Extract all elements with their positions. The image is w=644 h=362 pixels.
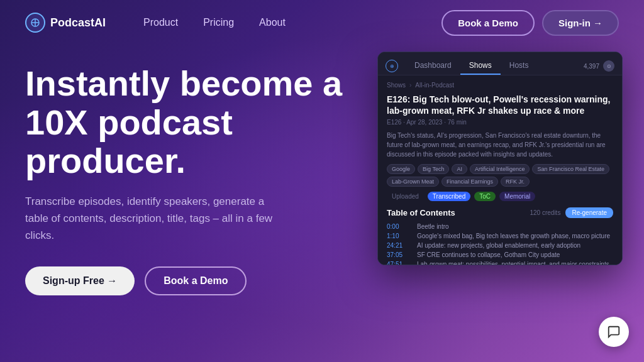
toc-text-0: Beetle intro [417,223,449,230]
app-tab-bar: ⊕ Dashboard Shows Hosts 4,397 ⊙ [378,52,622,75]
tag-sf-real-estate[interactable]: San Francisco Real Estate [532,164,609,174]
toc-credits: 120 credits [530,209,560,216]
hero-subtitle: Transcribe episodes, identify speakers, … [25,193,289,244]
status-transcribed[interactable]: Transcribed [428,192,470,201]
credits-badge: 4,397 ⊙ [584,60,614,72]
signup-button[interactable]: Sign-up Free → [25,266,135,295]
tab-hosts[interactable]: Hosts [501,57,538,75]
toc-items: 0:00 Beetle intro 1:10 Google's mixed ba… [387,223,613,265]
nav-right: Book a Demo Sign-in → [441,10,619,36]
episode-meta: E126 · Apr 28, 2023 · 76 min [387,119,613,126]
toc-text-1: Google's mixed bag, Big tech leaves the … [417,233,610,239]
nav-signin-button[interactable]: Sign-in → [542,10,619,36]
toc-item: 1:10 Google's mixed bag, Big tech leaves… [387,233,613,239]
main-content: Instantly become a 10X podcast producer.… [0,45,644,295]
tag-ai[interactable]: AI [452,164,467,174]
episode-title: E126: Big Tech blow-out, Powell's recess… [387,94,613,116]
nav-links: Product Pricing About [143,17,441,28]
nav-book-demo-button[interactable]: Book a Demo [441,10,535,36]
toc-time-3: 37:05 [387,251,412,258]
app-screenshot: ⊕ Dashboard Shows Hosts 4,397 ⊙ Shows › … [377,52,623,265]
app-logo-small: ⊕ [386,60,398,72]
tag-artificial-intelligence[interactable]: Artificial Intelligence [470,164,530,174]
toc-text-3: SF CRE continues to collapse, Gotham Cit… [417,251,560,258]
toc-text-4: Lab-grown meat: possibilities, potential… [417,261,609,265]
nav-product[interactable]: Product [143,17,178,28]
tab-dashboard[interactable]: Dashboard [406,57,460,75]
tags-row: Google Big Tech AI Artificial Intelligen… [387,164,613,187]
regen-button[interactable]: Re-generate [565,207,613,218]
toc-section-header: Table of Contents 120 credits Re-generat… [387,207,613,218]
breadcrumb-shows[interactable]: Shows [387,82,406,89]
status-toc[interactable]: ToC [474,192,496,201]
toc-item: 37:05 SF CRE continues to collapse, Goth… [387,251,613,258]
navigation: PodcastAI Product Pricing About Book a D… [0,0,644,45]
cta-buttons: Sign-up Free → Book a Demo [25,266,352,295]
tag-google[interactable]: Google [387,164,415,174]
hero-book-demo-button[interactable]: Book a Demo [145,266,247,295]
chat-bubble[interactable] [599,317,629,347]
nav-about[interactable]: About [259,17,286,28]
toc-item: 24:21 AI update: new projects, global en… [387,242,613,249]
tag-bigtech[interactable]: Big Tech [418,164,449,174]
app-preview-section: ⊕ Dashboard Shows Hosts 4,397 ⊙ Shows › … [377,52,623,265]
episode-description: Big Tech's status, AI's progression, San… [387,131,613,159]
breadcrumb-podcast[interactable]: All-in-Podcast [415,82,454,89]
tab-shows[interactable]: Shows [460,57,501,75]
toc-item: 47:51 Lab-grown meat: possibilities, pot… [387,261,613,265]
tag-financial-earnings[interactable]: Financial Earnings [441,177,498,187]
status-uploaded[interactable]: Uploaded [387,192,424,201]
app-tabs: Dashboard Shows Hosts [406,57,584,75]
status-memorial[interactable]: Memorial [499,192,535,201]
toc-header-right: 120 credits Re-generate [530,207,613,218]
breadcrumb-sep: › [409,82,411,89]
toc-item: 0:00 Beetle intro [387,223,613,230]
toc-label: Table of Contents [387,208,455,217]
hero-section: Instantly become a 10X podcast producer.… [25,58,352,295]
nav-pricing[interactable]: Pricing [203,17,234,28]
tag-rfk[interactable]: RFK Jr. [501,177,530,187]
toc-time-4: 47:51 [387,261,412,265]
logo[interactable]: PodcastAI [25,13,106,33]
breadcrumb: Shows › All-in-Podcast [387,82,613,89]
brand-name: PodcastAI [50,16,106,30]
app-body: Shows › All-in-Podcast E126: Big Tech bl… [378,75,622,265]
tag-lab-grown-meat[interactable]: Lab-Grown Meat [387,177,439,187]
toc-time-0: 0:00 [387,223,412,230]
status-tabs: Uploaded Transcribed ToC Memorial [387,192,613,201]
toc-text-2: AI update: new projects, global enableme… [417,242,580,249]
toc-time-1: 1:10 [387,233,412,239]
toc-time-2: 24:21 [387,242,412,249]
credits-value: 4,397 [584,63,599,70]
credits-icon: ⊙ [603,60,614,72]
logo-icon [25,13,45,33]
hero-title: Instantly become a 10X podcast producer. [25,64,352,180]
